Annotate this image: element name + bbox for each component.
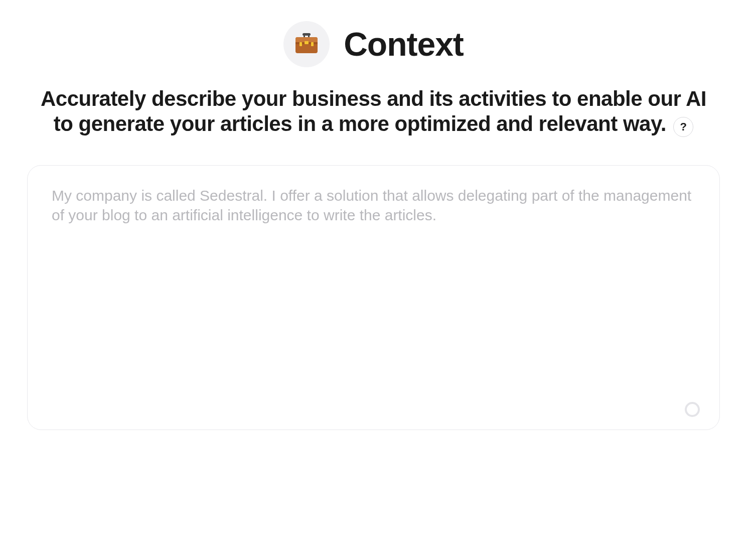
subtitle-container: Accurately describe your business and it… (0, 86, 747, 139)
svg-rect-8 (305, 41, 309, 44)
context-textarea[interactable] (27, 165, 720, 430)
page-header: Context (0, 21, 747, 67)
briefcase-icon (292, 29, 321, 59)
loading-spinner-icon (685, 402, 700, 417)
svg-rect-6 (300, 42, 302, 46)
help-button[interactable]: ? (673, 117, 693, 137)
textarea-container (27, 165, 720, 432)
page-subtitle: Accurately describe your business and it… (41, 87, 706, 135)
page-title: Context (344, 25, 464, 63)
header-icon-container (283, 21, 330, 67)
svg-rect-7 (311, 42, 314, 46)
